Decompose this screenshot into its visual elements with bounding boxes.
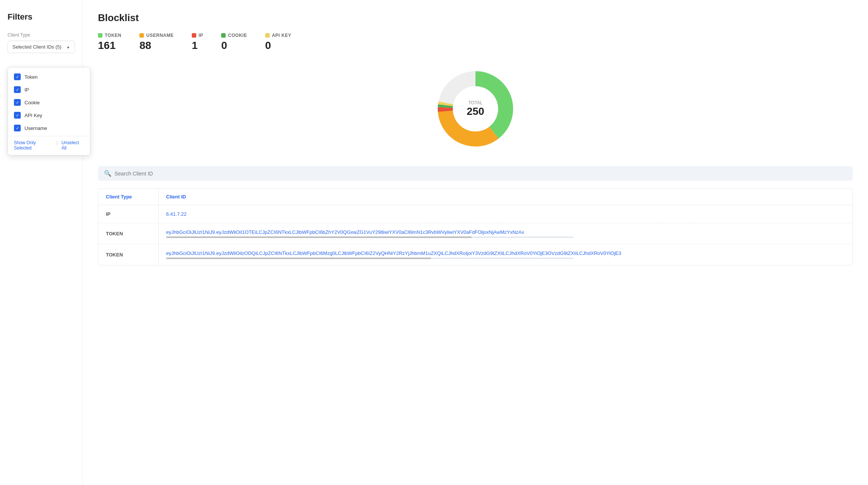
checkbox-apikey[interactable]: ✓: [14, 112, 21, 119]
row-type-label: TOKEN: [106, 231, 151, 236]
chart-area: TOTAL 250: [98, 64, 853, 154]
stat-token: TOKEN 161: [98, 33, 121, 52]
blocklist-table: Client Type Client ID IP 6.41.7.22 TOKEN…: [98, 188, 853, 265]
table-row: TOKEN eyJhbGciOiJlUzI1NiJ9.eyJzdWliOiI1O…: [98, 223, 853, 244]
stat-ip: IP 1: [192, 33, 203, 52]
dropdown-menu: ✓ Token ✓ IP ✓ Cookie ✓ API Key ✓ Userna…: [8, 67, 90, 156]
stat-apikey-header: API KEY: [265, 33, 292, 38]
stat-apikey: API KEY 0: [265, 33, 292, 52]
td-type-token1: TOKEN: [98, 223, 159, 244]
donut-label: TOTAL 250: [467, 100, 484, 117]
client-id-link-token1[interactable]: eyJhbGciOiJlUzI1NiJ9.eyJzdWliOiI1OTEiLCJ…: [166, 229, 845, 235]
search-input[interactable]: [115, 171, 847, 177]
td-clientid-token1: eyJhbGciOiJlUzI1NiJ9.eyJzdWliOiI1OTEiLCJ…: [159, 223, 853, 244]
token2-progress-bar-fill: [166, 258, 431, 259]
checkbox-token[interactable]: ✓: [14, 73, 21, 80]
dropdown-item-username[interactable]: ✓ Username: [8, 122, 90, 134]
client-id-link-token2[interactable]: eyJhbGciOiJlUzI1NiJ9.eyJzdWliOilzODQiLCJ…: [166, 250, 845, 256]
dropdown-item-ip[interactable]: ✓ IP: [8, 83, 90, 96]
stat-cookie-value: 0: [221, 40, 227, 52]
stat-ip-value: 1: [192, 40, 198, 52]
checkbox-username[interactable]: ✓: [14, 125, 21, 131]
stat-token-header: TOKEN: [98, 33, 121, 38]
stat-username-header: USERNAME: [139, 33, 174, 38]
search-bar: 🔍: [98, 166, 853, 181]
stats-row: TOKEN 161 USERNAME 88 IP 1: [98, 33, 853, 52]
checkbox-ip[interactable]: ✓: [14, 86, 21, 93]
token-progress-bar-fill: [166, 236, 472, 238]
client-type-dropdown[interactable]: Selected Client IDs (5) ▲: [8, 41, 75, 53]
stat-apikey-dot: [265, 33, 270, 38]
td-type-token2: TOKEN: [98, 244, 159, 265]
dropdown-item-username-label: Username: [24, 125, 47, 131]
chevron-up-icon: ▲: [66, 45, 70, 49]
filter-label: Client Type: [8, 32, 75, 38]
col-client-id: Client ID: [159, 189, 853, 205]
stat-username-value: 88: [139, 40, 151, 52]
stat-ip-header: IP: [192, 33, 203, 38]
search-icon: 🔍: [104, 170, 112, 177]
dropdown-item-ip-label: IP: [24, 87, 29, 93]
stat-ip-dot: [192, 33, 196, 38]
td-type-ip: IP: [98, 205, 159, 223]
dropdown-item-token[interactable]: ✓ Token: [8, 70, 90, 83]
stat-cookie: COOKIE 0: [221, 33, 247, 52]
dropdown-item-cookie-label: Cookie: [24, 100, 40, 105]
col-client-type: Client Type: [98, 189, 159, 205]
donut-total-value: 250: [467, 105, 484, 117]
show-only-selected-link[interactable]: Show Only Selected: [14, 140, 53, 151]
stat-token-dot: [98, 33, 102, 38]
row-type-label: TOKEN: [106, 252, 151, 258]
stat-token-label: TOKEN: [105, 33, 121, 38]
stat-username-label: USERNAME: [146, 33, 174, 38]
stat-username-dot: [139, 33, 144, 38]
checkbox-cookie[interactable]: ✓: [14, 99, 21, 106]
td-clientid-token2: eyJhbGciOiJlUzI1NiJ9.eyJzdWliOilzODQiLCJ…: [159, 244, 853, 265]
stat-apikey-label: API KEY: [272, 33, 292, 38]
sidebar: Filters Client Type Selected Client IDs …: [0, 0, 83, 485]
table-row: IP 6.41.7.22: [98, 205, 853, 223]
token2-progress-bar-wrap: [166, 258, 573, 259]
dropdown-item-apikey-label: API Key: [24, 113, 42, 118]
donut-total-text: TOTAL: [467, 100, 484, 105]
token-progress-bar-wrap: [166, 236, 573, 238]
main-content: Blocklist TOKEN 161 USERNAME 88: [83, 0, 868, 485]
page-title: Blocklist: [98, 12, 853, 24]
row-type-label: IP: [106, 211, 151, 217]
footer-separator: |: [57, 140, 58, 151]
stat-token-value: 161: [98, 40, 116, 52]
dropdown-item-apikey[interactable]: ✓ API Key: [8, 109, 90, 122]
td-clientid-ip: 6.41.7.22: [159, 205, 853, 223]
dropdown-label: Selected Client IDs (5): [12, 44, 61, 50]
table-header: Client Type Client ID: [98, 189, 853, 205]
sidebar-title: Filters: [8, 12, 75, 22]
dropdown-item-token-label: Token: [24, 74, 38, 80]
stat-apikey-value: 0: [265, 40, 271, 52]
unselect-all-link[interactable]: Unselect All: [61, 140, 84, 151]
stat-cookie-header: COOKIE: [221, 33, 247, 38]
client-id-link-ip[interactable]: 6.41.7.22: [166, 211, 845, 217]
dropdown-footer: Show Only Selected | Unselect All: [8, 136, 90, 152]
stat-cookie-dot: [221, 33, 226, 38]
donut-chart: TOTAL 250: [430, 64, 521, 154]
stat-cookie-label: COOKIE: [228, 33, 247, 38]
dropdown-item-cookie[interactable]: ✓ Cookie: [8, 96, 90, 109]
table-row: TOKEN eyJhbGciOiJlUzI1NiJ9.eyJzdWliOilzO…: [98, 244, 853, 265]
stat-ip-label: IP: [199, 33, 203, 38]
stat-username: USERNAME 88: [139, 33, 174, 52]
